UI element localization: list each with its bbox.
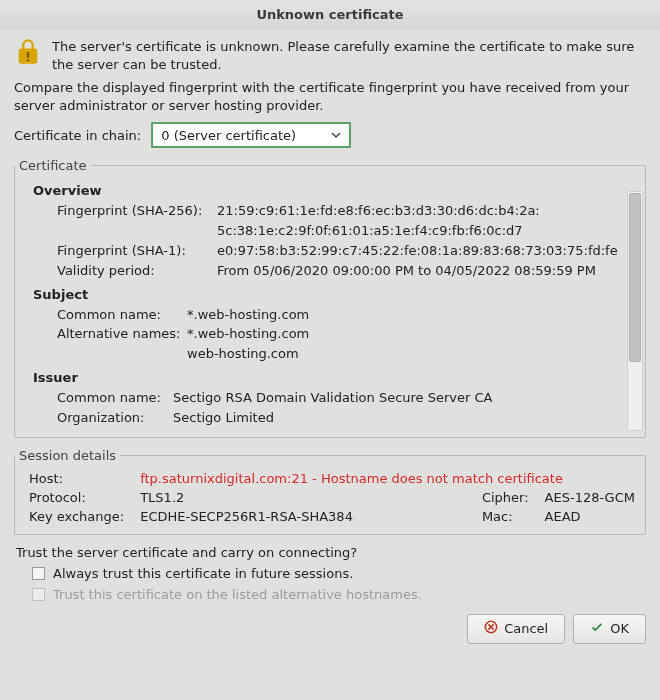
fp1-label: Fingerprint (SHA-1):: [57, 242, 211, 261]
ok-label: OK: [610, 621, 629, 636]
host-label: Host:: [29, 471, 124, 486]
mac-value: AEAD: [545, 509, 635, 524]
kex-value: ECDHE-SECP256R1-RSA-SHA384: [140, 509, 466, 524]
always-trust-checkbox[interactable]: [32, 567, 45, 580]
certificate-legend: Certificate: [15, 158, 91, 173]
alt-trust-row: Trust this certificate on the listed alt…: [32, 587, 646, 602]
host-value: ftp.saturnixdigital.com:21 - Hostname do…: [140, 471, 635, 486]
chevron-down-icon: [331, 128, 341, 143]
subject-alt-label: Alternative names:: [57, 325, 181, 344]
subject-head: Subject: [33, 287, 633, 302]
overview-head: Overview: [33, 183, 633, 198]
issuer-org-label: Organization:: [57, 409, 167, 428]
always-trust-row[interactable]: Always trust this certificate in future …: [32, 566, 646, 581]
fp256-value-2: 5c:38:1e:c2:9f:0f:61:01:a5:1e:f4:c9:fb:f…: [217, 222, 523, 241]
fp256-label: Fingerprint (SHA-256):: [57, 202, 211, 221]
intro-line-1: The server's certificate is unknown. Ple…: [52, 38, 646, 73]
svg-rect-0: [27, 52, 29, 58]
trust-question: Trust the server certificate and carry o…: [16, 545, 644, 560]
session-legend: Session details: [15, 448, 120, 463]
proto-label: Protocol:: [29, 490, 124, 505]
alt-trust-label: Trust this certificate on the listed alt…: [53, 587, 422, 602]
fp1-value: e0:97:58:b3:52:99:c7:45:22:fe:08:1a:89:8…: [217, 242, 618, 261]
kex-label: Key exchange:: [29, 509, 124, 524]
cipher-label: Cipher:: [482, 490, 529, 505]
cipher-value: AES-128-GCM: [545, 490, 635, 505]
proto-value: TLS1.2: [140, 490, 466, 505]
subject-cn-value: *.web-hosting.com: [187, 306, 309, 325]
intro-line-2: Compare the displayed fingerprint with t…: [14, 79, 646, 114]
issuer-cn-value: Sectigo RSA Domain Validation Secure Ser…: [173, 389, 492, 408]
ok-icon: [590, 620, 604, 637]
certificate-scrollbar[interactable]: [627, 191, 643, 431]
issuer-org-value: Sectigo Limited: [173, 409, 274, 428]
svg-point-1: [27, 59, 29, 61]
subject-alt-value-1: *.web-hosting.com: [187, 325, 309, 344]
lock-warning-icon: [14, 38, 42, 69]
window-title: Unknown certificate: [0, 0, 660, 30]
issuer-cn-label: Common name:: [57, 389, 167, 408]
cancel-button[interactable]: Cancel: [467, 614, 565, 644]
chain-select[interactable]: 0 (Server certificate): [151, 122, 351, 148]
cancel-icon: [484, 620, 498, 637]
issuer-head: Issuer: [33, 370, 633, 385]
scrollbar-thumb[interactable]: [629, 193, 641, 361]
fp256-value-1: 21:59:c9:61:1e:fd:e8:f6:ec:b3:d3:30:d6:d…: [217, 202, 540, 221]
validity-value: From 05/06/2020 09:00:00 PM to 04/05/202…: [217, 262, 596, 281]
subject-alt-value-2: web-hosting.com: [187, 345, 299, 364]
certificate-fieldset: Certificate Overview Fingerprint (SHA-25…: [14, 158, 646, 438]
subject-cn-label: Common name:: [57, 306, 181, 325]
validity-label: Validity period:: [57, 262, 211, 281]
chain-label: Certificate in chain:: [14, 128, 141, 143]
chain-selected-value: 0 (Server certificate): [161, 128, 296, 143]
mac-label: Mac:: [482, 509, 529, 524]
cancel-label: Cancel: [504, 621, 548, 636]
ok-button[interactable]: OK: [573, 614, 646, 644]
always-trust-label: Always trust this certificate in future …: [53, 566, 353, 581]
alt-trust-checkbox: [32, 588, 45, 601]
session-fieldset: Session details Host: ftp.saturnixdigita…: [14, 448, 646, 535]
